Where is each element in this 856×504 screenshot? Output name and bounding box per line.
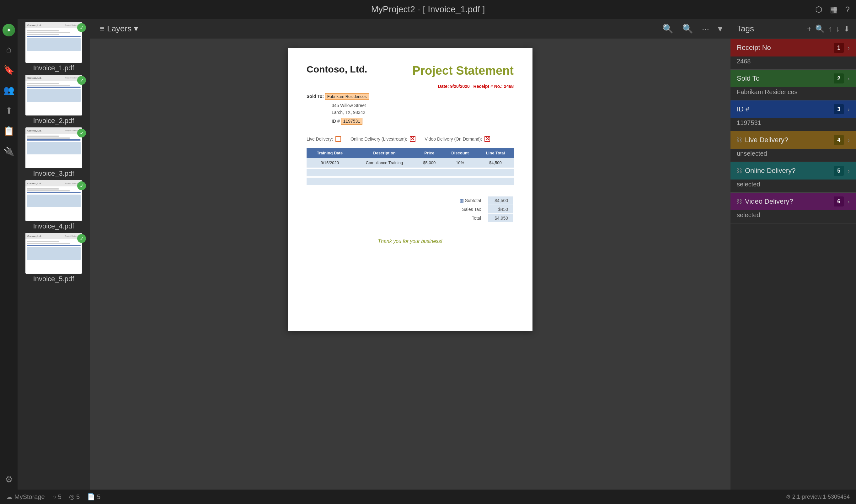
tag-group-2-value: Fabrikam Residences — [730, 87, 856, 100]
tag-action-2[interactable]: ↓ — [836, 24, 840, 33]
online-delivery-label: Online Delivery (Livestream): — [351, 137, 407, 142]
project-statement-title: Project Statement — [412, 64, 514, 77]
navigate-icon[interactable]: ⬆ — [3, 104, 14, 118]
cell-price-1: $5,000 — [416, 158, 443, 168]
tag-group-6-value: selected — [730, 210, 856, 223]
bookmark-icon[interactable]: 🔖 — [2, 63, 16, 77]
cell-discount-3 — [443, 177, 477, 186]
tag-group-3-label: ID # — [737, 105, 834, 113]
add-tag-icon[interactable]: + — [807, 24, 812, 33]
thank-you-message: Thank you for your business! — [307, 238, 514, 244]
layers-label: Layers — [107, 24, 131, 34]
team-icon[interactable]: 👥 — [2, 83, 16, 97]
invoice-table-body: 9/15/2020 Compliance Training $5,000 10%… — [307, 158, 514, 186]
tag-group-5: ⛓ Online Delivery? 5 › selected — [730, 162, 856, 193]
file-item-2[interactable]: Contoso, Ltd. Project Statement ✓ Invoic… — [20, 75, 87, 125]
file-thumb-2: Contoso, Ltd. Project Statement — [25, 75, 82, 115]
sold-to-label: Sold To: — [307, 94, 324, 99]
subtotal-label: ▦ Subtotal — [460, 196, 487, 204]
tag-group-5-header[interactable]: ⛓ Online Delivery? 5 › — [730, 162, 856, 180]
file-item-3[interactable]: Contoso, Ltd. Project Statement ✓ Invoic… — [20, 127, 87, 178]
video-delivery-checkbox[interactable]: ✕ — [484, 136, 490, 142]
file-item-5[interactable]: Contoso, Ltd. Project Statement ✓ Invoic… — [20, 233, 87, 283]
tag-group-3-header[interactable]: ID # 3 › — [730, 101, 856, 118]
cell-total-1: $4,500 — [477, 158, 514, 168]
layers-icon: ≡ — [100, 24, 105, 34]
company-name: Contoso, Ltd. — [307, 64, 367, 75]
tag-group-1-header[interactable]: Receipt No 1 › — [730, 39, 856, 56]
cell-date-1: 9/15/2020 — [307, 158, 353, 168]
tag-group-6-number: 6 — [834, 196, 844, 206]
cell-price-2 — [416, 168, 443, 177]
count2-value: 5 — [76, 493, 80, 501]
cell-date-2 — [307, 168, 353, 177]
delivery-section: Live Delivery: Online Delivery (Livestre… — [307, 136, 514, 142]
table-icon: ▦ — [460, 198, 465, 203]
clipboard-icon[interactable]: 📋 — [2, 124, 16, 138]
id-line: ID # 1197531 — [332, 119, 514, 124]
receipt-value: 2468 — [504, 84, 514, 89]
tag-group-4-header[interactable]: ⛓ Live Delivery? 4 › — [730, 131, 856, 149]
tag-group-6-header[interactable]: ⛓ Video Delivery? 6 › — [730, 193, 856, 210]
invoice-meta: Date: 9/20/2020 Receipt # No.: 2468 — [307, 84, 514, 89]
id-value: 1197531 — [341, 118, 363, 125]
settings-icon[interactable]: ⚙ — [3, 473, 15, 486]
expand-button[interactable]: ▾ — [716, 22, 724, 36]
total-row: Total $4,950 — [460, 214, 513, 222]
layers-button[interactable]: ≡ Layers ▾ — [96, 22, 142, 35]
tag-group-3-value: 1197531 — [730, 118, 856, 131]
cell-price-3 — [416, 177, 443, 186]
file-item-1[interactable]: Contoso, Ltd. Project Statement ✓ Invoic… — [20, 22, 87, 72]
tag-group-1-number: 1 — [834, 43, 844, 53]
tag-group-5-label: Online Delivery? — [745, 167, 834, 175]
receipt-label: Receipt # No.: — [474, 84, 503, 89]
sales-tax-label: Sales Tax — [460, 205, 487, 213]
file-thumb-5: Contoso, Ltd. Project Statement — [25, 233, 82, 274]
link-icon-4: ⛓ — [737, 137, 743, 143]
file-name-5: Invoice_5.pdf — [33, 275, 74, 283]
zoom-out-button[interactable]: 🔍 — [661, 22, 675, 36]
share-icon[interactable]: ⬡ — [815, 5, 822, 15]
count3-value: 5 — [97, 493, 101, 501]
tag-group-3-number: 3 — [834, 104, 844, 114]
zoom-in-button[interactable]: 🔍 — [680, 22, 695, 36]
layers-chevron-icon: ▾ — [134, 24, 138, 34]
file-item-4[interactable]: Contoso, Ltd. Project Statement ✓ Invoic… — [20, 180, 87, 230]
cell-total-2 — [477, 168, 514, 177]
link-icon-6: ⛓ — [737, 198, 743, 205]
invoice-table-head: Training Date Description Price Discount… — [307, 148, 514, 158]
tag-group-5-chevron: › — [848, 167, 850, 175]
count2-icon: ◎ — [69, 493, 74, 501]
totals-table: ▦ Subtotal $4,500 Sales Tax $450 Total $… — [459, 196, 514, 223]
address-block: 345 Willow Street Larch, TX, 98342 — [332, 102, 514, 116]
sales-tax-row: Sales Tax $450 — [460, 205, 513, 213]
live-delivery-checkbox[interactable] — [335, 136, 341, 142]
invoice-document: Contoso, Ltd. Project Statement Date: 9/… — [288, 48, 533, 331]
cell-discount-1: 10% — [443, 158, 477, 168]
tag-group-2-header[interactable]: Sold To 2 › — [730, 70, 856, 87]
search-tag-icon[interactable]: 🔍 — [815, 24, 825, 33]
file-panel: Contoso, Ltd. Project Statement ✓ Invoic… — [18, 19, 90, 489]
file-thumb-4: Contoso, Ltd. Project Statement — [25, 180, 82, 221]
tag-action-3[interactable]: ⬇ — [843, 24, 850, 33]
total-value: $4,950 — [488, 214, 513, 222]
plugin-icon[interactable]: 🔌 — [2, 144, 16, 159]
file-name-4: Invoice_4.pdf — [33, 222, 74, 230]
col-training-date: Training Date — [307, 148, 353, 158]
home-icon[interactable]: ⌂ — [4, 43, 14, 56]
main-layout: ✦ ⌂ 🔖 👥 ⬆ 📋 🔌 ⚙ Contoso, Ltd. Project St… — [0, 19, 856, 489]
tag-group-3-chevron: › — [848, 106, 850, 113]
more-options-button[interactable]: ··· — [700, 22, 711, 36]
version-label: ⚙ 2.1-preview.1-5305454 — [786, 493, 850, 500]
tag-action-1[interactable]: ↑ — [828, 24, 832, 33]
panel-icon[interactable]: ▦ — [830, 5, 838, 15]
tags-header: Tags + 🔍 ↑ ↓ ⬇ — [730, 19, 856, 39]
col-discount: Discount — [443, 148, 477, 158]
app-logo: ✦ — [2, 24, 15, 36]
titlebar-actions: ⬡ ▦ ? — [815, 5, 850, 15]
tag-group-2-label: Sold To — [737, 74, 834, 83]
file-thumb-3: Contoso, Ltd. Project Statement — [25, 127, 82, 168]
online-delivery-checkbox[interactable]: ✕ — [410, 136, 415, 142]
help-icon[interactable]: ? — [845, 5, 850, 15]
status-bar: ☁ MyStorage ○ 5 ◎ 5 📄 5 ⚙ 2.1-preview.1-… — [0, 489, 856, 504]
